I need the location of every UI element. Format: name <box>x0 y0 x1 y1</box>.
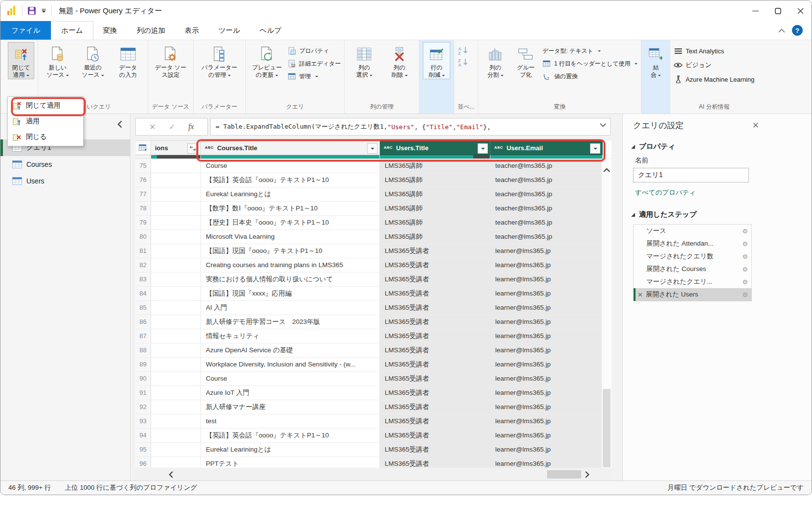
cell-ions[interactable] <box>151 159 201 173</box>
tab-menu-5[interactable]: ツール <box>209 21 250 40</box>
tab-home[interactable]: ホーム <box>51 21 93 40</box>
step-settings-gear-icon[interactable]: ⚙ <box>742 253 748 260</box>
cell-user-title[interactable]: LMS365受講者 <box>380 429 490 442</box>
cell-course-title[interactable]: Creating courses and training plans in L… <box>201 258 380 272</box>
column-header-Users.Email[interactable]: ABCUsers.Email <box>490 140 603 155</box>
reduce-rows-button[interactable]: 行の 削減 <box>423 42 450 79</box>
expand-column-icon[interactable] <box>187 143 198 154</box>
row-number[interactable]: 85 <box>135 301 151 315</box>
cell-course-title[interactable]: 【英語】英会話『oooo』テキストP1～10 <box>201 429 380 442</box>
cell-user-email[interactable]: learner@lms365.jp <box>490 443 603 456</box>
cell-user-email[interactable]: learner@lms365.jp <box>490 457 603 468</box>
applied-step-item[interactable]: 展開された Courses ⚙ <box>634 263 751 275</box>
remove-columns-button[interactable]: 列の 削除 <box>383 42 416 79</box>
cell-user-title[interactable]: LMS365講師 <box>380 230 490 244</box>
recent-sources-button[interactable]: 最近の ソース <box>77 42 109 79</box>
cell-ions[interactable] <box>151 457 201 468</box>
cell-ions[interactable] <box>151 358 201 371</box>
cell-user-title[interactable]: LMS365講師 <box>380 173 490 187</box>
cell-ions[interactable] <box>151 400 201 414</box>
row-number[interactable]: 89 <box>135 358 151 371</box>
cell-ions[interactable] <box>151 287 201 300</box>
cell-user-email[interactable]: learner@lms365.jp <box>490 358 603 371</box>
tab-menu-4[interactable]: 表示 <box>175 21 209 40</box>
step-settings-gear-icon[interactable]: ⚙ <box>742 291 748 298</box>
horizontal-scrollbar[interactable] <box>135 468 612 481</box>
enter-data-button[interactable]: データ の入力 <box>112 42 144 79</box>
help-icon[interactable]: ? <box>792 25 803 36</box>
row-number[interactable]: 77 <box>135 187 151 201</box>
query-name-input[interactable]: クエリ1 <box>633 168 749 182</box>
row-number[interactable]: 88 <box>135 343 151 357</box>
column-header-ions[interactable]: ions <box>151 140 201 155</box>
data-source-settings-button[interactable]: データ ソー ス設定 <box>152 42 190 79</box>
applied-step-item[interactable]: マージされたクエリ... ⚙ <box>634 275 751 288</box>
cell-ions[interactable] <box>151 216 201 229</box>
new-source-button[interactable]: 新しい ソース <box>42 42 74 79</box>
row-number[interactable]: 90 <box>135 372 151 386</box>
quick-access-caret-icon[interactable] <box>41 9 46 13</box>
cell-ions[interactable] <box>151 258 201 272</box>
use-first-row-button[interactable]: 1 行目をヘッダーとして使用 <box>542 58 637 69</box>
maximize-button[interactable] <box>767 0 789 21</box>
cell-course-title[interactable]: Course <box>201 372 380 386</box>
confirm-formula-icon[interactable]: ✓ <box>169 122 175 132</box>
cell-user-email[interactable]: learner@lms365.jp <box>490 386 603 400</box>
scroll-right-icon[interactable] <box>585 471 590 478</box>
tab-file[interactable]: ファイル <box>0 21 51 40</box>
cell-ions[interactable] <box>151 372 201 386</box>
cell-user-title[interactable]: LMS365受講者 <box>380 329 490 343</box>
cell-ions[interactable] <box>151 343 201 357</box>
advanced-editor-button[interactable]: 詳細エディター <box>287 58 341 69</box>
cell-user-title[interactable]: LMS365講師 <box>380 202 490 215</box>
cell-user-email[interactable]: learner@lms365.jp <box>490 400 603 414</box>
cell-course-title[interactable]: 新人研修マナー講座 <box>201 400 380 414</box>
delete-step-icon[interactable]: ✕ <box>637 291 643 298</box>
tab-menu-6[interactable]: ヘルプ <box>250 21 291 40</box>
combine-button[interactable]: 結 合 <box>645 42 666 79</box>
cell-course-title[interactable]: 【国語】現国『oooo』テキストP1～10 <box>201 244 380 258</box>
cell-user-email[interactable]: learner@lms365.jp <box>490 258 603 272</box>
cell-user-email[interactable]: learner@lms365.jp <box>490 315 603 329</box>
split-column-button[interactable]: 列の 分割 <box>482 42 509 79</box>
sort-descending-icon[interactable]: ZA <box>458 58 469 67</box>
cell-user-title[interactable]: LMS365受講者 <box>380 315 490 329</box>
refresh-preview-button[interactable]: プレビュー の更新 <box>249 42 285 79</box>
cell-ions[interactable] <box>151 187 201 201</box>
cell-user-title[interactable]: LMS365受講者 <box>380 273 490 286</box>
row-number[interactable]: 93 <box>135 414 151 428</box>
cell-course-title[interactable]: 実務における個人情報の取り扱いについて <box>201 273 380 286</box>
cell-user-email[interactable]: learner@lms365.jp <box>490 414 603 428</box>
cell-ions[interactable] <box>151 315 201 329</box>
cell-course-title[interactable]: Azure IoT 入門 <box>201 386 380 400</box>
cell-course-title[interactable]: Eureka! Leariningとは <box>201 187 380 201</box>
cell-user-title[interactable]: LMS365受講者 <box>380 301 490 315</box>
row-number[interactable]: 84 <box>135 287 151 300</box>
cell-user-title[interactable]: LMS365受講者 <box>380 457 490 468</box>
cell-course-title[interactable]: Eureka! Leariningとは <box>201 443 380 456</box>
text-analytics-button[interactable]: Text Analytics <box>674 46 754 56</box>
cell-user-email[interactable]: learner@lms365.jp <box>490 301 603 315</box>
formula-input[interactable]: = Table.ExpandTableColumn(マージされたクエリ数1, "… <box>210 118 611 136</box>
minimize-button[interactable] <box>744 0 767 21</box>
cell-course-title[interactable]: 【英語】英会話『oooo』テキストP1～10 <box>201 173 380 187</box>
close-settings-icon[interactable]: ✕ <box>752 120 759 131</box>
cell-user-title[interactable]: LMS365受講者 <box>380 372 490 386</box>
cell-user-title[interactable]: LMS365受講者 <box>380 258 490 272</box>
sidebar-item-Users[interactable]: Users <box>0 173 130 189</box>
choose-columns-button[interactable]: 列の 選択 <box>348 42 380 79</box>
cell-user-email[interactable]: learner@lms365.jp <box>490 273 603 286</box>
column-header-Courses.Title[interactable]: ABCCourses.Title <box>201 140 380 155</box>
applied-step-item[interactable]: マージされたクエリ数 ⚙ <box>634 250 751 263</box>
cell-user-title[interactable]: LMS365受講者 <box>380 443 490 456</box>
cell-user-email[interactable]: teacher@lms365.jp <box>490 202 603 215</box>
row-number[interactable]: 75 <box>135 159 151 173</box>
cell-ions[interactable] <box>151 301 201 315</box>
select-all-corner[interactable] <box>135 140 151 155</box>
column-filter-icon[interactable] <box>590 143 600 154</box>
applied-step-item[interactable]: ✕ 展開された Users ⚙ <box>634 288 751 301</box>
cell-ions[interactable] <box>151 202 201 215</box>
cell-ions[interactable] <box>151 273 201 286</box>
cell-course-title[interactable]: Azure OpenAI Service の基礎 <box>201 343 380 357</box>
cell-user-title[interactable]: LMS365受講者 <box>380 287 490 300</box>
